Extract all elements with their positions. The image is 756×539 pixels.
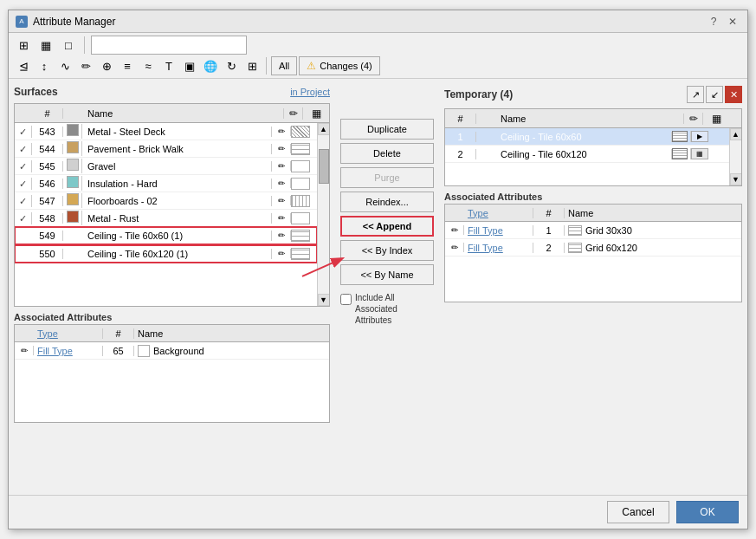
tb-icon-10[interactable]: 🌐 [201, 56, 220, 75]
purge-button[interactable]: Purge [340, 167, 434, 188]
temp-table-header: # Name ✏ ▦ [445, 109, 741, 128]
toolbar-separator-1 [84, 36, 85, 54]
row-name: Insulation - Hard [82, 179, 272, 189]
title-bar-left: A Attribute Manager [16, 16, 115, 28]
duplicate-button[interactable]: Duplicate [340, 119, 434, 140]
row-edit[interactable]: ✏ [272, 231, 291, 240]
row-check: ✓ [15, 212, 32, 224]
row-edit[interactable]: ✏ [272, 161, 291, 171]
cancel-button[interactable]: Cancel [607, 501, 669, 523]
row-edit[interactable]: ✏ [272, 127, 291, 136]
tb-icon-3[interactable]: ∿ [55, 56, 74, 75]
toolbar-row-2: ⊴ ↕ ∿ ✏ ⊕ ≡ ≈ T ▣ 🌐 ↻ ⊞ All ⚠ Changes (4… [14, 56, 742, 75]
row-name: Ceiling - Tile 60x120 (1) [82, 249, 272, 259]
table-row[interactable]: ✓ 548 Metal - Rust ✏ [15, 210, 317, 227]
row-preview [291, 195, 317, 207]
right-assoc-row-1[interactable]: ✏ Fill Type 1 Grid 30x30 [445, 222, 741, 239]
warning-icon: ⚠ [307, 60, 316, 72]
delete-button[interactable]: Delete [340, 143, 434, 164]
header-num: # [32, 108, 63, 119]
tb-icon-11[interactable]: ↻ [222, 56, 241, 75]
tb-icon-6[interactable]: ≡ [118, 56, 137, 75]
window-title: Attribute Manager [33, 16, 115, 28]
scroll-up[interactable]: ▲ [318, 123, 330, 135]
row-preview [291, 230, 317, 242]
row-color [63, 211, 82, 225]
row-edit[interactable]: ✏ [272, 144, 291, 153]
left-panel-header: Surfaces in Project [14, 84, 330, 100]
table-row[interactable]: ✓ 544 Pavement - Brick Walk ✏ [15, 140, 317, 158]
temp-scroll-up[interactable]: ▲ [730, 128, 742, 140]
scroll-thumb[interactable] [319, 149, 329, 184]
ok-button[interactable]: OK [676, 501, 739, 523]
help-button[interactable]: ? [706, 14, 721, 29]
surfaces-scroll[interactable]: ✓ 543 Metal - Steel Deck ✏ ✓ [15, 123, 317, 306]
tb-icon-2[interactable]: ↕ [35, 56, 54, 75]
left-assoc-header: Type # Name [15, 325, 329, 342]
row-num: 544 [32, 144, 63, 154]
table-row[interactable]: ✓ 543 Metal - Steel Deck ✏ [15, 123, 317, 140]
row-name: Metal - Steel Deck [82, 127, 272, 137]
tb-icon-1[interactable]: ⊴ [14, 56, 33, 75]
temp-row-edit[interactable] [672, 148, 691, 159]
row-preview [291, 212, 317, 224]
row-edit[interactable]: ✏ [272, 196, 291, 205]
temp-import-btn[interactable]: ↙ [706, 86, 723, 103]
temp-row-1[interactable]: 1 Ceiling - Tile 60x60 ▶ [445, 128, 729, 146]
search-input[interactable] [91, 36, 247, 55]
temp-header-preview: ▦ [703, 113, 729, 125]
toolbar-layers-icon[interactable]: ⊞ [14, 36, 33, 55]
temporary-table: # Name ✏ ▦ 1 Ceiling - Tile 60x60 [444, 108, 742, 186]
temp-scroll[interactable]: 1 Ceiling - Tile 60x60 ▶ [445, 128, 729, 185]
assoc-row[interactable]: ✏ Fill Type 65 Background [15, 342, 329, 360]
rassoc-type-1: Fill Type [464, 225, 533, 236]
surfaces-rows-container: ✓ 543 Metal - Steel Deck ✏ ✓ [15, 123, 329, 306]
tb-icon-4[interactable]: ✏ [76, 56, 95, 75]
row-preview [291, 143, 317, 155]
surfaces-scrollbar[interactable]: ▲ ▼ [317, 123, 329, 306]
row-edit[interactable]: ✏ [272, 249, 291, 258]
row-name: Floorboards - 02 [82, 196, 272, 206]
toolbar-materials-icon[interactable]: ▦ [36, 36, 55, 55]
table-row-550[interactable]: 550 Ceiling - Tile 60x120 (1) ✏ [15, 245, 317, 263]
tb-icon-8[interactable]: T [159, 56, 178, 75]
right-assoc-row-2[interactable]: ✏ Fill Type 2 Grid 60x120 [445, 239, 741, 257]
toolbar-fills-icon[interactable]: □ [59, 36, 78, 55]
toolbar-area: ⊞ ▦ □ ⊴ ↕ ∿ ✏ ⊕ ≡ ≈ T ▣ 🌐 ↻ ⊞ All ⚠ Chan… [9, 33, 747, 79]
temp-scroll-down[interactable]: ▼ [730, 173, 742, 185]
row-color [63, 159, 82, 173]
tb-icon-12[interactable]: ⊞ [242, 56, 262, 75]
row-num: 549 [32, 231, 63, 241]
row-check: ✓ [15, 126, 32, 138]
scroll-down[interactable]: ▼ [318, 294, 330, 306]
temp-close-btn[interactable]: ✕ [725, 86, 742, 103]
table-row[interactable]: ✓ 546 Insulation - Hard ✏ [15, 175, 317, 192]
left-assoc-section: Associated Attributes Type # Name ✏ Fill… [14, 310, 330, 423]
changes-button[interactable]: ⚠ Changes (4) [299, 56, 380, 75]
all-button[interactable]: All [271, 56, 297, 75]
table-row-549[interactable]: 549 Ceiling - Tile 60x60 (1) ✏ [15, 227, 317, 244]
row-check: ✓ [15, 195, 32, 207]
temp-row-edit[interactable] [672, 131, 691, 142]
row-color [63, 124, 82, 139]
footer: Cancel OK [9, 495, 747, 529]
temp-header-edit: ✏ [684, 113, 703, 125]
by-index-button[interactable]: << By Index [340, 240, 434, 261]
reindex-button[interactable]: Reindex... [340, 192, 434, 212]
tb-icon-9[interactable]: ▣ [180, 56, 199, 75]
tb-icon-5[interactable]: ⊕ [97, 56, 116, 75]
include-checkbox[interactable] [340, 294, 352, 305]
temp-row-2[interactable]: 2 Ceiling - Tile 60x120 ▦ [445, 146, 729, 163]
temp-export-btn[interactable]: ↗ [687, 86, 704, 103]
row-edit[interactable]: ✏ [272, 213, 291, 223]
table-row[interactable]: ✓ 547 Floorboards - 02 ✏ [15, 192, 317, 210]
assoc-edit-icon: ✏ [15, 346, 34, 355]
by-name-button[interactable]: << By Name [340, 264, 434, 285]
temp-scrollbar[interactable]: ▲ ▼ [729, 128, 741, 185]
append-button[interactable]: << Append [340, 216, 434, 237]
close-window-button[interactable]: ✕ [725, 14, 740, 29]
table-row[interactable]: ✓ 545 Gravel ✏ [15, 158, 317, 175]
row-edit[interactable]: ✏ [272, 179, 291, 188]
tb-icon-7[interactable]: ≈ [139, 56, 158, 75]
left-panel-title: Surfaces [14, 86, 58, 98]
